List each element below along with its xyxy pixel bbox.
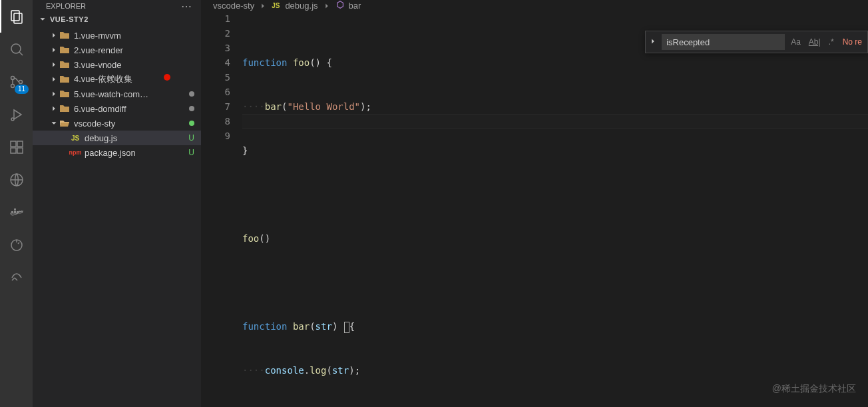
- match-case-icon[interactable]: Aa: [789, 36, 803, 48]
- js-file-icon: JS: [70, 133, 81, 143]
- explorer-icon[interactable]: [0, 0, 33, 33]
- breadcrumb-item[interactable]: bar: [349, 1, 361, 11]
- svg-point-7: [11, 118, 14, 121]
- svg-point-5: [11, 84, 14, 87]
- git-status: U: [188, 133, 194, 143]
- folder-icon: [59, 74, 70, 85]
- sidebar: EXPLORER ⋯ VUE-STY2 1.vue-mvvm 2.vue-ren…: [33, 0, 201, 407]
- chevron-right-icon: [258, 1, 268, 11]
- folder-item[interactable]: 1.vue-mvvm: [33, 28, 201, 43]
- find-widget: Aa Ab| .* No re: [645, 31, 868, 53]
- find-input[interactable]: [662, 34, 785, 50]
- source-control-icon[interactable]: 11: [0, 65, 33, 98]
- file-item[interactable]: JS debug.js U: [33, 131, 201, 145]
- gutter: 1 2 3 4 5 6 7 8 9: [201, 11, 242, 407]
- breadcrumb-item[interactable]: debug.js: [285, 1, 318, 11]
- code-editor[interactable]: 1 2 3 4 5 6 7 8 9 function foo() { ····b…: [201, 11, 868, 407]
- breakpoint-icon[interactable]: [164, 74, 170, 81]
- chevron-right-icon: [322, 1, 331, 11]
- run-debug-icon[interactable]: [0, 98, 33, 131]
- svg-point-6: [19, 80, 22, 83]
- folder-item[interactable]: 6.vue-domdiff: [33, 101, 201, 116]
- untracked-dot-icon: [189, 121, 194, 126]
- method-icon: [335, 0, 345, 11]
- activity-bar: 11: [0, 0, 33, 407]
- folder-icon: [59, 59, 70, 70]
- json-file-icon: npm: [70, 147, 81, 158]
- folder-icon: [59, 103, 70, 114]
- sidebar-more-icon[interactable]: ⋯: [181, 0, 192, 13]
- cursor: [344, 322, 349, 333]
- modified-dot-icon: [189, 91, 194, 97]
- search-icon[interactable]: [0, 33, 33, 65]
- section-header[interactable]: VUE-STY2: [33, 12, 201, 27]
- svg-rect-0: [11, 11, 19, 21]
- extensions-icon[interactable]: [0, 131, 33, 163]
- file-tree: 1.vue-mvvm 2.vue-render 3.vue-vnode 4.vu…: [33, 27, 201, 160]
- sidebar-title: EXPLORER: [46, 2, 86, 10]
- remote-icon[interactable]: [0, 163, 33, 196]
- folder-item-open[interactable]: vscode-sty: [33, 116, 201, 131]
- folder-item[interactable]: 4.vue-依赖收集: [33, 72, 201, 87]
- folder-item[interactable]: 5.vue-watch-com…: [33, 87, 201, 101]
- svg-point-2: [11, 44, 21, 53]
- docker-icon[interactable]: [0, 196, 33, 228]
- svg-rect-11: [17, 141, 23, 147]
- toggle-replace-icon[interactable]: [648, 37, 658, 48]
- svg-rect-9: [11, 148, 16, 153]
- folder-item[interactable]: 3.vue-vnode: [33, 57, 201, 72]
- svg-point-4: [11, 76, 14, 79]
- folder-icon: [59, 45, 70, 55]
- svg-line-3: [19, 52, 23, 55]
- breadcrumbs[interactable]: vscode-sty JS debug.js bar: [201, 0, 868, 11]
- svg-rect-16: [14, 208, 16, 210]
- svg-rect-1: [14, 13, 22, 23]
- code-content[interactable]: function foo() { ····bar("Hello World");…: [242, 11, 868, 407]
- match-word-icon[interactable]: Ab|: [807, 36, 823, 48]
- share-icon[interactable]: [0, 261, 33, 294]
- js-file-icon: JS: [272, 2, 280, 9]
- breadcrumb-item[interactable]: vscode-sty: [213, 1, 254, 11]
- svg-rect-10: [17, 148, 23, 153]
- find-results: No re: [843, 37, 862, 47]
- scm-badge: 11: [15, 85, 29, 94]
- file-item[interactable]: npm package.json U: [33, 145, 201, 160]
- regex-icon[interactable]: .*: [827, 36, 836, 48]
- editor-area: JS util.js Keyboard Shortcuts npm packag…: [201, 0, 868, 407]
- modified-dot-icon: [189, 106, 194, 111]
- git-status: U: [188, 148, 194, 157]
- folder-icon: [59, 30, 70, 41]
- folder-item[interactable]: 2.vue-render: [33, 43, 201, 57]
- folder-icon: [59, 89, 70, 99]
- gitlens-icon[interactable]: [0, 228, 33, 261]
- current-line-highlight: [242, 114, 868, 129]
- folder-open-icon: [59, 118, 70, 129]
- svg-rect-8: [11, 141, 16, 147]
- watermark: @稀土掘金技术社区: [772, 383, 856, 395]
